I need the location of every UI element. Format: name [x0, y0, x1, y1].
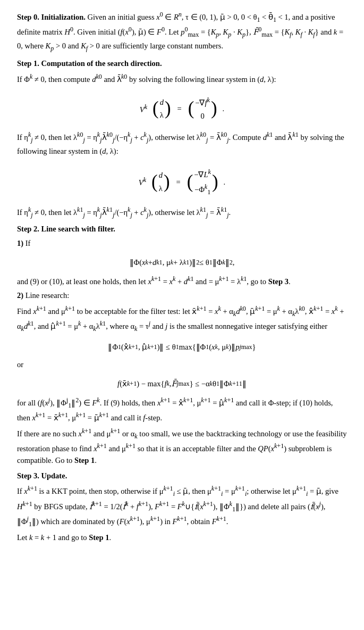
step0-label: Step 0. Initialization. — [17, 13, 86, 21]
step2-sub1: 1) If — [17, 237, 347, 249]
matrix-eq1: Vk ( d λ ) = ( −∇fk 0 ) . — [17, 95, 347, 122]
step2-text2: Find xk+1 and μk+1 to be acceptable for … — [17, 304, 347, 334]
matrix-eq2: Vk ( d λ ) = ( −∇Lk −Φk1 ) . — [17, 167, 347, 197]
step1-label: Step 1. Computation of the search direct… — [17, 57, 347, 69]
step2-text4: If there are no such xk+1 and μk+1 or αk… — [17, 426, 347, 467]
step1-text3: If ηkj ≠ 0, then let λk1j = ηkjλ̄k1j/(−η… — [17, 205, 347, 220]
step2-sub2: 2) Line research: — [17, 289, 347, 301]
step3-label: Step 3. Update. — [17, 470, 347, 482]
step1-text1: If Φk ≠ 0, then compute dk0 and λ̄k0 by … — [17, 72, 347, 85]
step2-text3: for all (f(xj), ‖Φj1‖2) ∈ Fk. If (9) hol… — [17, 395, 347, 424]
algorithm-container: Step 0. Initialization. Given an initial… — [17, 10, 347, 543]
step1-text2: If ηkj ≠ 0, then let λk0j = ηkjλ̄k0j/(−η… — [17, 130, 347, 157]
norm-eq3: f(x̄k+1) − max{fk, F̄jmax} ≤ −αkθ1‖Φk+11… — [17, 378, 347, 389]
step0-text: Step 0. Initialization. Given an initial… — [17, 10, 347, 53]
step3-text: If xk+1 is a KKT point, then stop, other… — [17, 484, 347, 529]
norm-eq1: ‖Φ(xk + dk1, μk + λk1)‖2 ≤ θ1‖Φk‖2, — [17, 256, 347, 268]
step2-or: or — [17, 359, 347, 370]
step2-text1: and (9) or (10), at least one holds, the… — [17, 274, 347, 287]
norm-eq2: ‖Φ1(x̂k+1, μ̂k+1)‖ ≤ θ1 max{‖Φ1(xk, μk)‖… — [17, 341, 347, 353]
step3-final: Let k = k + 1 and go to Step 1. — [17, 532, 347, 543]
step2-label: Step 2. Line search with filter. — [17, 223, 347, 235]
